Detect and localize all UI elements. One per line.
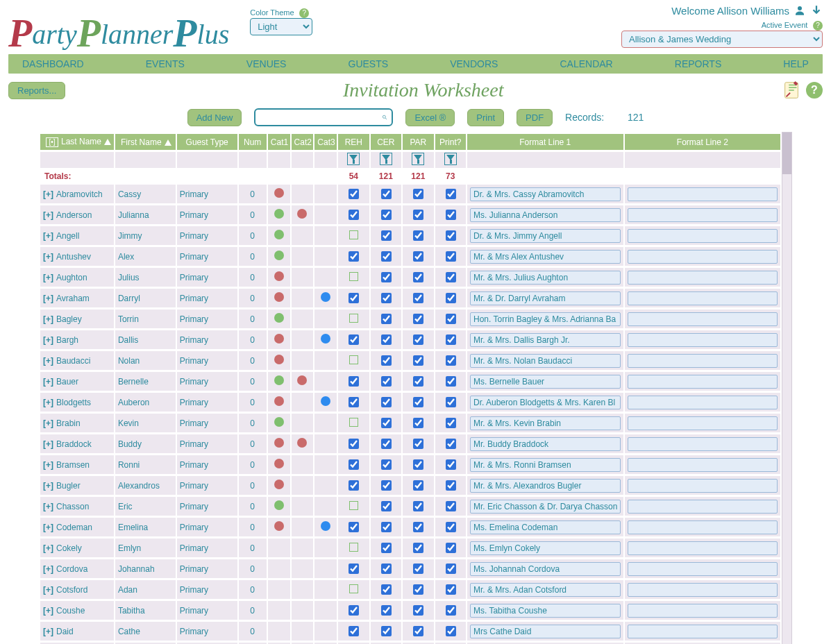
search-box[interactable] xyxy=(254,108,393,126)
checkbox[interactable] xyxy=(446,334,456,345)
expand-icon[interactable]: [+] xyxy=(43,460,53,470)
nav-venues[interactable]: VENUES xyxy=(246,58,287,69)
nav-help[interactable]: HELP xyxy=(783,58,809,69)
cell-firstname[interactable]: Johannah xyxy=(115,559,176,578)
checkbox[interactable] xyxy=(381,459,392,470)
checkbox-unchecked[interactable] xyxy=(349,314,358,323)
active-event-select[interactable]: Allison & James Wedding xyxy=(621,31,823,48)
cell-firstname[interactable]: Dallis xyxy=(115,330,176,349)
checkbox-unchecked[interactable] xyxy=(349,584,358,593)
col-firstname[interactable]: First Name xyxy=(115,134,176,150)
format-line-1-input[interactable] xyxy=(470,187,621,201)
expand-icon[interactable]: [+] xyxy=(43,543,53,553)
format-line-2-input[interactable] xyxy=(628,333,778,347)
format-line-2-input[interactable] xyxy=(628,562,778,576)
help-icon[interactable]: ? xyxy=(813,21,823,31)
format-line-1-input[interactable] xyxy=(470,437,621,451)
format-line-1-input[interactable] xyxy=(470,396,621,409)
format-line-2-input[interactable] xyxy=(628,396,778,409)
cell-firstname[interactable]: Emlyn xyxy=(115,539,176,557)
expand-icon[interactable]: [+] xyxy=(43,439,53,449)
format-line-1-input[interactable] xyxy=(470,208,621,222)
checkbox[interactable] xyxy=(381,293,392,303)
checkbox[interactable] xyxy=(381,522,392,532)
checkbox[interactable] xyxy=(381,626,392,636)
expand-icon[interactable]: [+] xyxy=(43,189,53,199)
notes-icon[interactable] xyxy=(781,80,802,101)
checkbox[interactable] xyxy=(413,501,423,511)
checkbox[interactable] xyxy=(381,480,392,491)
checkbox[interactable] xyxy=(381,189,392,199)
format-line-2-input[interactable] xyxy=(628,437,778,451)
checkbox[interactable] xyxy=(446,626,456,636)
format-line-1-input[interactable] xyxy=(470,562,621,576)
expand-icon[interactable]: [+] xyxy=(43,564,53,574)
expand-icon[interactable]: [+] xyxy=(43,502,53,511)
format-line-1-input[interactable] xyxy=(470,625,621,638)
checkbox[interactable] xyxy=(446,543,456,553)
checkbox[interactable] xyxy=(381,564,392,574)
checkbox[interactable] xyxy=(381,334,392,345)
checkbox[interactable] xyxy=(349,626,359,636)
checkbox[interactable] xyxy=(381,501,392,511)
col-cat3[interactable]: Cat3 xyxy=(314,134,337,150)
checkbox[interactable] xyxy=(446,314,456,324)
format-line-1-input[interactable] xyxy=(470,229,621,243)
expand-icon[interactable]: [+] xyxy=(43,356,53,366)
checkbox-unchecked[interactable] xyxy=(349,230,358,239)
cell-lastname[interactable]: [+]Codeman xyxy=(40,518,114,536)
checkbox[interactable] xyxy=(413,605,423,616)
checkbox[interactable] xyxy=(413,480,423,491)
format-line-1-input[interactable] xyxy=(470,479,621,493)
cell-lastname[interactable]: [+]Bauer xyxy=(40,372,114,391)
expand-icon[interactable]: [+] xyxy=(43,398,53,407)
expand-icon[interactable]: [+] xyxy=(43,627,53,636)
format-line-2-input[interactable] xyxy=(628,271,778,285)
cell-firstname[interactable]: Darryl xyxy=(115,289,176,307)
cell-lastname[interactable]: [+]Bramsen xyxy=(40,455,114,474)
pdf-button[interactable]: PDF xyxy=(517,109,553,126)
cell-firstname[interactable]: Cassy xyxy=(115,185,176,203)
filter-par-icon[interactable] xyxy=(412,153,424,165)
cell-firstname[interactable]: Alex xyxy=(115,247,176,266)
checkbox[interactable] xyxy=(413,564,423,574)
checkbox[interactable] xyxy=(381,584,392,595)
cell-lastname[interactable]: [+]Avraham xyxy=(40,289,114,307)
format-line-2-input[interactable] xyxy=(628,312,778,326)
format-line-2-input[interactable] xyxy=(628,479,778,493)
checkbox[interactable] xyxy=(446,376,456,387)
checkbox[interactable] xyxy=(381,605,392,616)
expand-icon[interactable]: [+] xyxy=(43,481,53,491)
col-print[interactable]: Print? xyxy=(435,134,466,150)
checkbox[interactable] xyxy=(381,272,392,282)
cell-firstname[interactable]: Adan xyxy=(115,580,176,599)
cell-lastname[interactable]: [+]Anderson xyxy=(40,205,114,224)
checkbox[interactable] xyxy=(413,355,423,366)
cell-lastname[interactable]: [+]Braddock xyxy=(40,434,114,453)
excel-button[interactable]: Excel ® xyxy=(405,109,455,126)
checkbox-unchecked[interactable] xyxy=(349,418,358,427)
checkbox[interactable] xyxy=(413,522,423,532)
cell-firstname[interactable]: Kevin xyxy=(115,414,176,432)
checkbox[interactable] xyxy=(349,605,359,616)
cell-lastname[interactable]: [+]Coushe xyxy=(40,601,114,620)
format-line-2-input[interactable] xyxy=(628,604,778,618)
format-line-1-input[interactable] xyxy=(470,333,621,347)
cell-lastname[interactable]: [+]Cotsford xyxy=(40,580,114,599)
user-icon[interactable] xyxy=(794,4,806,17)
col-lastname[interactable]: [•]Last Name xyxy=(40,134,114,150)
checkbox[interactable] xyxy=(446,584,456,595)
nav-guests[interactable]: GUESTS xyxy=(349,58,389,69)
cell-firstname[interactable]: Julianna xyxy=(115,205,176,224)
cell-firstname[interactable]: Ronni xyxy=(115,455,176,474)
cell-firstname[interactable]: Torrin xyxy=(115,310,176,328)
filter-reh-icon[interactable] xyxy=(347,153,360,165)
format-line-1-input[interactable] xyxy=(470,458,621,472)
format-line-1-input[interactable] xyxy=(470,520,621,534)
checkbox[interactable] xyxy=(446,230,456,241)
format-line-1-input[interactable] xyxy=(470,291,621,305)
checkbox[interactable] xyxy=(446,397,456,407)
format-line-2-input[interactable] xyxy=(628,500,778,514)
cell-firstname[interactable]: Tabitha xyxy=(115,601,176,620)
checkbox[interactable] xyxy=(446,439,456,449)
